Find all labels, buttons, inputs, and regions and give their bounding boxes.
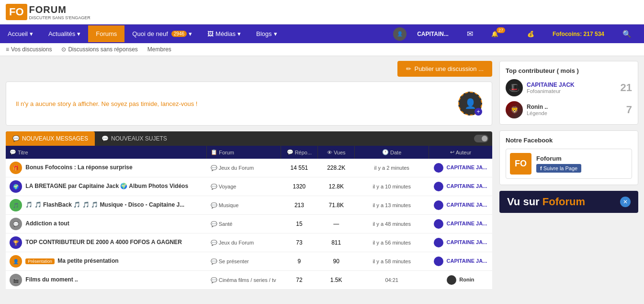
nav-actualites[interactable]: Actualités ▾ [41,25,88,42]
contributor-2-avatar: 🦁 [506,101,523,118]
quoi-de-neuf-badge: 2946 [171,31,187,37]
publish-button[interactable]: ✏ Publier une discussion ... [397,61,492,77]
table-row[interactable]: 🌍 LA BRETAGNE par Capitaine Jack 🌍 Album… [6,177,492,196]
row-reponses: 14 551 [281,159,317,177]
row-title[interactable]: Addiction a tout [25,220,69,227]
publish-icon: ✏ [406,65,411,72]
subnav-membres[interactable]: Membres [147,46,171,53]
wallet-icon[interactable]: 💰 [520,26,542,42]
th-titre[interactable]: 💬 Titre [6,146,207,159]
th-vues-icon: 👁 [327,150,332,155]
row-reponses: 213 [281,196,317,215]
row-title[interactable]: 🎵 🎵 FlashBack 🎵 🎵 🎵 Musique - Disco - Ca… [25,201,184,208]
th-titre-sort[interactable]: 💬 Titre [10,149,28,155]
row-forum[interactable]: 💬 Santé [211,221,233,227]
table-row[interactable]: 🎵 🎵 🎵 FlashBack 🎵 🎵 🎵 Musique - Disco - … [6,196,492,215]
nav-forums[interactable]: Forums [88,25,124,42]
th-reponses[interactable]: 💬 Répo... [281,146,317,159]
th-auteur-sort[interactable]: ↩ Auteur [450,149,471,155]
fb-follow-button[interactable]: f Suivre la Page [536,164,581,173]
fb-icon: f [540,165,542,171]
table-row[interactable]: 👤 Présentation Ma petite présentation 💬 … [6,252,492,271]
row-forum[interactable]: 💬 Jeux du Forum [211,240,254,246]
tab-nouveaux-messages[interactable]: 💬 NOUVEAUX MESSAGES [6,131,95,146]
top-contributor-title: Top contributeur ( mois ) [506,67,632,74]
row-date: il y a 13 minutes [355,196,429,215]
toggle-switch[interactable] [474,135,488,142]
contributor-1-count: 21 [621,82,632,94]
content-area: ✏ Publier une discussion ... Il n'y a au… [6,61,492,290]
row-date: il y a 10 minutes [355,177,429,196]
row-title[interactable]: TOP CONTRIBUTEUR DE 2000 A 4000 FOFOS A … [25,239,182,246]
subnav-vos-discussions[interactable]: ≡ Vos discussions [6,46,52,53]
top-contributor-section: Top contributeur ( mois ) 🎩 CAPITAINE JA… [499,61,638,125]
forum-table: 💬 Titre 📋 Forum 💬 Répo... [6,146,492,290]
table-row[interactable]: 🎁 Bonus Fofocoins : La réponse surprise … [6,159,492,177]
header: FO FORUM DISCUTER SANS S'ENGAGER [0,0,644,24]
logo-text: FORUM DISCUTER SANS S'ENGAGER [29,4,90,20]
th-forum-sort[interactable]: 📋 Forum [211,149,234,155]
row-title[interactable]: Ma petite présentation [57,257,118,264]
story-bar: Il n'y a aucune story à afficher. Ne soy… [6,82,492,126]
fb-logo: FO [510,153,531,175]
contributor-2-name[interactable]: Ronin .. [527,104,622,110]
row-forum[interactable]: 💬 Cinéma films / series / tv [211,277,276,283]
tab-toggle[interactable] [474,135,488,142]
row-author-name[interactable]: Ronin [459,277,474,282]
nav-blogs[interactable]: Blogs ▾ [249,25,285,42]
row-vues: 228.2K [318,159,355,177]
row-author-avatar [434,200,443,210]
user-avatar[interactable]: 👤 [393,27,407,41]
messages-icon[interactable]: ✉ [459,24,481,43]
th-vues[interactable]: 👁 Vues [318,146,355,159]
facebook-box: FO Foforum f Suivre la Page [506,149,632,179]
overlay-text: Vu sur Foforum [507,196,585,208]
th-auteur[interactable]: ↩ Auteur [429,146,492,159]
row-date: il y a 56 minutes [355,234,429,252]
row-forum[interactable]: 💬 Se présenter [211,258,249,264]
row-forum[interactable]: 💬 Voyage [211,184,237,189]
fb-page-name[interactable]: Foforum [536,155,581,162]
th-rep-sort[interactable]: 💬 Répo... [287,149,312,155]
th-forum[interactable]: 📋 Forum [207,146,281,159]
row-author-name[interactable]: CAPITAINE JA... [447,183,487,189]
row-avatar: 🎵 [10,199,22,211]
nav-accueil[interactable]: Accueil ▾ [0,25,41,42]
row-author-name[interactable]: CAPITAINE JA... [447,202,487,208]
row-date: il y a 48 minutes [355,215,429,234]
th-forum-icon: 📋 [211,149,217,155]
facebook-title: Notre Facebook [506,137,632,144]
search-icon[interactable]: 🔍 [615,25,639,43]
navbar: Accueil ▾ Actualités ▾ Forums Quoi de ne… [0,24,644,43]
logo[interactable]: FO FORUM DISCUTER SANS S'ENGAGER [6,4,90,20]
subnav-sans-reponses[interactable]: ⊙ Discussions sans réponses [61,46,137,53]
overlay-close-button[interactable]: ✕ [620,197,631,207]
row-author-name[interactable]: CAPITAINE JA... [447,164,487,170]
chevron-down-icon: ▾ [237,30,241,37]
th-date[interactable]: 🕐 Date [355,146,429,159]
nav-medias[interactable]: 🖼 Médias ▾ [200,25,249,42]
notifications-bell[interactable]: 🔔 27 [484,26,517,42]
th-date-sort[interactable]: 🕐 Date [382,149,401,155]
row-title[interactable]: Films du moment .. [25,276,78,283]
contributor-1-name[interactable]: CAPITAINE JACK [527,82,617,88]
row-author-name[interactable]: CAPITAINE JA... [447,221,487,226]
th-vues-sort[interactable]: 👁 Vues [327,150,346,155]
row-avatar: 🌍 [10,180,22,193]
row-forum[interactable]: 💬 Jeux du Forum [211,165,254,171]
story-avatar-container[interactable]: 👤 + [458,92,482,116]
tab-nouveaux-sujets[interactable]: 💬 NOUVEAUX SUJETS [95,131,174,146]
row-author-avatar [434,163,443,173]
row-forum[interactable]: 💬 Musique [211,202,239,208]
table-row[interactable]: 🏆 TOP CONTRIBUTEUR DE 2000 A 4000 FOFOS … [6,234,492,252]
table-row[interactable]: 🎬 Films du moment .. 💬 Cinéma films / se… [6,271,492,290]
row-reponses: 9 [281,252,317,271]
row-author-name[interactable]: CAPITAINE JA... [447,258,487,264]
contributor-1-info: CAPITAINE JACK Fofoanimateur [527,82,617,94]
nav-quoi-de-neuf[interactable]: Quoi de neuf 2946 ▾ [124,25,200,42]
row-author-name[interactable]: CAPITAINE JA... [447,239,487,245]
row-title[interactable]: LA BRETAGNE par Capitaine Jack 🌍 Album P… [25,183,188,189]
table-row[interactable]: 💬 Addiction a tout 💬 Santé15—il y a 48 m… [6,215,492,234]
row-title[interactable]: Bonus Fofocoins : La réponse surprise [25,164,132,171]
username[interactable]: CAPITAIN... [409,26,456,42]
